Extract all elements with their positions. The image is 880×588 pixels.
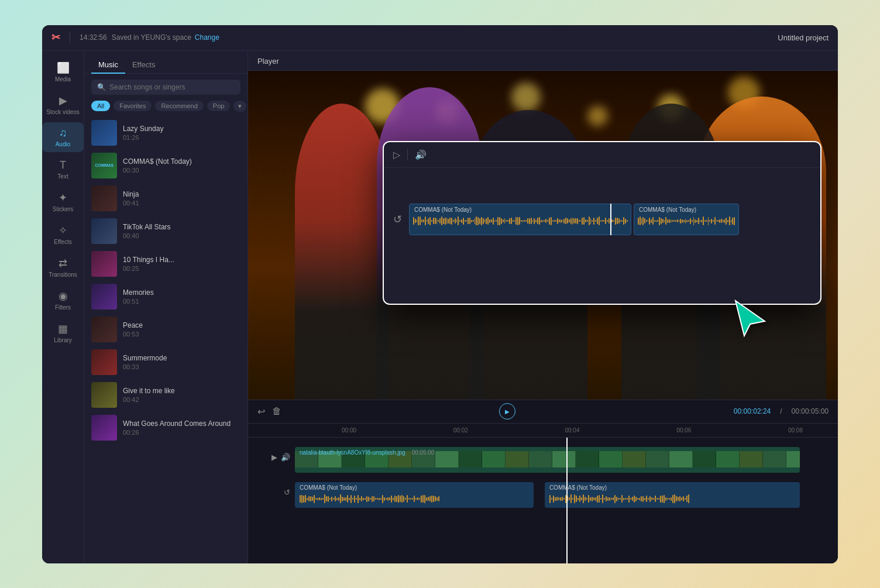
song-duration: 00:33 — [123, 363, 240, 370]
waveform-bar — [620, 498, 621, 500]
search-bar[interactable]: 🔍 — [91, 80, 240, 95]
waveform-bar — [407, 495, 408, 503]
waveform-bar — [569, 219, 570, 222]
waveform-bar — [615, 218, 616, 225]
audio-track-row: ↺ COMMA$ (Not Today) COMMA$ (Not Today) — [248, 475, 838, 510]
waveform-bar — [453, 220, 454, 222]
waveform-bar — [642, 217, 644, 225]
song-item[interactable]: Ninja 00:41 — [84, 182, 248, 215]
audio-track-loop-icon[interactable]: ↺ — [284, 488, 290, 497]
popup-volume-button[interactable]: 🔊 — [415, 149, 427, 160]
sidebar-item-stickers[interactable]: ✦ Stickers — [42, 187, 84, 217]
search-input[interactable] — [109, 83, 235, 91]
waveform-bar — [696, 220, 697, 222]
song-duration: 00:51 — [123, 298, 240, 305]
waveform-bar — [727, 220, 728, 222]
song-item[interactable]: Give it to me like 00:42 — [84, 379, 248, 411]
waveform-bar — [539, 217, 540, 225]
sidebar-item-text[interactable]: T Text — [42, 154, 84, 184]
sidebar-item-filters[interactable]: ◉ Filters — [42, 285, 84, 315]
waveform-bar — [317, 498, 318, 500]
waveform-bar — [345, 497, 346, 501]
filter-bar: All Favorites Recommend Pop ▾ — [84, 101, 248, 116]
waveform-bar — [394, 496, 396, 502]
waveform-bar — [579, 220, 580, 222]
song-item[interactable]: COMMA$ COMMA$ (Not Today) 00:30 — [84, 149, 248, 182]
waveform-bar — [590, 497, 591, 501]
song-item[interactable]: Memories 00:51 — [84, 280, 248, 313]
popup-segment-1[interactable]: COMMA$ (Not Today) — [409, 204, 631, 235]
waveform-bar — [350, 495, 352, 503]
waveform-bar — [553, 496, 554, 503]
waveform-bar — [446, 218, 448, 224]
sidebar-item-media[interactable]: ⬜ Media — [42, 57, 84, 87]
song-item[interactable]: Summermode 00:33 — [84, 346, 248, 379]
audio-track-seg2[interactable]: COMMA$ (Not Today) — [545, 482, 800, 508]
waveform-bar — [560, 497, 561, 501]
popup-track-icon[interactable]: ↺ — [393, 213, 402, 226]
video-track-play-icon[interactable]: ▶ — [271, 453, 277, 462]
waveform-bar — [421, 496, 422, 503]
delete-button[interactable]: 🗑 — [272, 406, 281, 417]
waveform-bar — [611, 498, 612, 500]
waveform-bar — [555, 497, 556, 501]
waveform-bar — [677, 219, 678, 222]
play-button[interactable]: ▶ — [499, 403, 515, 419]
ruler-mark-3: 00:06 — [676, 427, 691, 434]
waveform-bar — [567, 218, 568, 223]
waveform-bar — [597, 496, 598, 503]
filter-more-button[interactable]: ▾ — [233, 101, 246, 112]
waveform-bar — [534, 218, 535, 224]
waveform-bar — [372, 496, 373, 502]
waveform-bar — [585, 497, 586, 501]
waveform-bar — [611, 219, 613, 222]
video-track-volume-icon[interactable]: 🔊 — [281, 453, 290, 462]
waveform-bar — [401, 495, 403, 503]
tab-music[interactable]: Music — [91, 57, 125, 74]
filter-favorites[interactable]: Favorites — [114, 101, 152, 111]
song-thumbnail — [91, 284, 117, 310]
sidebar-item-audio[interactable]: ♫ Audio — [42, 122, 84, 152]
waveform-bar — [563, 498, 565, 500]
waveform-bar — [359, 498, 360, 500]
tab-effects[interactable]: Effects — [125, 57, 163, 74]
sidebar-item-effects[interactable]: ✧ Effects — [42, 219, 84, 250]
waveform-bar — [726, 218, 727, 225]
waveform-bar — [695, 219, 696, 223]
video-track[interactable]: natalia-blauth-lysnA8OxYI8-unsplash.jpg … — [295, 447, 800, 473]
song-item[interactable]: TikTok All Stars 00:40 — [84, 215, 248, 247]
sidebar-item-stock[interactable]: ▶ Stock videos — [42, 90, 84, 120]
waveform-bar — [436, 497, 438, 501]
waveform-bar — [438, 220, 439, 222]
waveform-bar — [365, 498, 366, 500]
waveform-bar — [343, 497, 345, 501]
waveform-bar — [719, 219, 720, 223]
undo-button[interactable]: ↩ — [257, 406, 265, 417]
filter-all[interactable]: All — [91, 101, 110, 111]
sidebar-item-library[interactable]: ▦ Library — [42, 318, 84, 348]
song-item[interactable]: 10 Things I Ha... 00:25 — [84, 247, 248, 280]
top-bar-change-button[interactable]: Change — [195, 33, 219, 42]
filter-pop[interactable]: Pop — [207, 101, 231, 111]
waveform-bar — [541, 220, 542, 222]
popup-play-button[interactable]: ▷ — [393, 149, 400, 160]
song-item[interactable]: What Goes Around Comes Around 00:26 — [84, 411, 248, 444]
waveform-bar — [322, 498, 324, 500]
waveform-bar — [423, 219, 424, 222]
waveform-bar — [405, 498, 406, 500]
waveform-bar — [656, 220, 657, 222]
waveform-bar — [609, 218, 610, 223]
filter-recommend[interactable]: Recommend — [155, 101, 203, 111]
waveform-bar — [326, 496, 327, 501]
waveform-bar — [729, 216, 730, 225]
waveform-bar — [685, 219, 686, 223]
song-duration: 00:30 — [123, 167, 240, 174]
popup-segment-2[interactable]: COMMA$ (Not Today) — [634, 204, 739, 235]
song-list: Lazy Sunday 01:26 COMMA$ COMMA$ (Not Tod… — [84, 116, 248, 563]
song-item[interactable]: Peace 00:53 — [84, 313, 248, 346]
waveform-bar — [592, 497, 593, 501]
audio-track-seg1[interactable]: COMMA$ (Not Today) — [295, 482, 534, 508]
sidebar-item-transitions[interactable]: ⇄ Transitions — [42, 252, 84, 283]
waveform-bar — [649, 496, 651, 502]
song-item[interactable]: Lazy Sunday 01:26 — [84, 116, 248, 149]
